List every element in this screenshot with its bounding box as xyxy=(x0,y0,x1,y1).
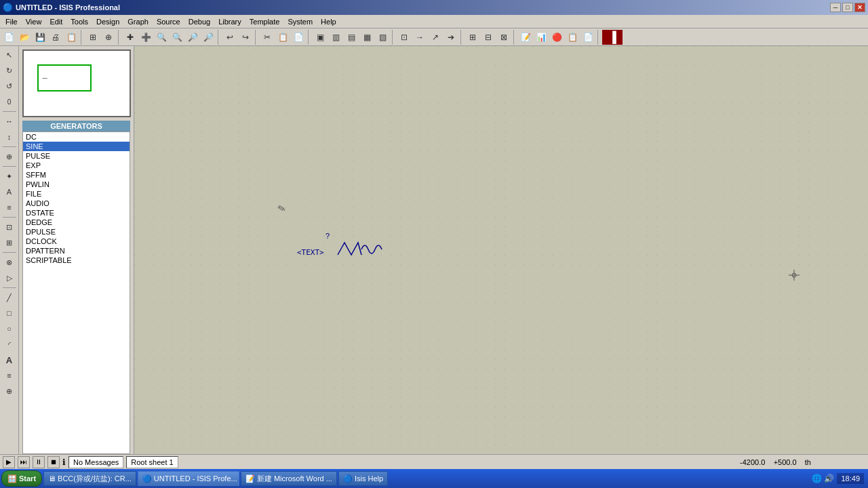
circle-tool[interactable]: ○ xyxy=(2,321,17,336)
rotate-ccw-tool[interactable]: ↺ xyxy=(2,79,17,94)
number-field[interactable]: 0 xyxy=(2,94,17,109)
sim-button[interactable]: ▐ xyxy=(602,30,623,45)
generators-list[interactable]: DCSINEPULSEEXPSFFMPWLINFILEAUDIODSTATEDE… xyxy=(22,131,130,454)
rotate-cw-tool[interactable]: ↻ xyxy=(2,63,17,78)
taskbar-item[interactable]: 🖥BCC(异或/抗盐): CR... xyxy=(43,471,136,486)
flip-v-tool[interactable]: ↕ xyxy=(2,129,17,144)
port-tool[interactable]: ▷ xyxy=(2,270,17,285)
copy-button[interactable]: 📋 xyxy=(275,30,290,45)
taskbar-right: 🌐 🔊 18:49 xyxy=(812,473,867,484)
menubar: FileViewEditToolsDesignGraphSourceDebugL… xyxy=(0,15,868,28)
menu-item-edit[interactable]: Edit xyxy=(45,16,66,27)
menu-item-template[interactable]: Template xyxy=(245,16,284,27)
subcircuit-tool[interactable]: ⊞ xyxy=(2,235,17,250)
pause-button[interactable]: ⏸ xyxy=(33,456,45,468)
flip-h-tool[interactable]: ↔ xyxy=(2,114,17,129)
close-button[interactable]: ✕ xyxy=(854,3,865,12)
terminal-tool[interactable]: ⊗ xyxy=(2,255,17,270)
step-button[interactable]: ⏭ xyxy=(18,456,30,468)
misc1-button[interactable]: 📝 xyxy=(518,30,533,45)
zoom-area2-button[interactable]: ⊡ xyxy=(397,30,412,45)
block1-button[interactable]: ▣ xyxy=(313,30,328,45)
label-tool[interactable]: A xyxy=(2,352,17,367)
generator-item-scriptable[interactable]: SCRIPTABLE xyxy=(23,256,130,265)
arrow3-button[interactable]: ➔ xyxy=(443,30,458,45)
new-button[interactable]: 📄 xyxy=(1,30,16,45)
add2-button[interactable]: ➕ xyxy=(138,30,153,45)
text-tool[interactable]: ≡ xyxy=(2,200,17,215)
generator-item-pwlin[interactable]: PWLIN xyxy=(23,180,130,189)
generator-item-dclock[interactable]: DCLOCK xyxy=(23,237,130,246)
stop-button[interactable]: ⏹ xyxy=(47,456,60,468)
generator-item-dedge[interactable]: DEDGE xyxy=(23,218,130,227)
wire-label-tool[interactable]: A xyxy=(2,184,17,199)
menu-item-source[interactable]: Source xyxy=(153,16,184,27)
menu-item-debug[interactable]: Debug xyxy=(184,16,214,27)
taskbar-item[interactable]: 🔵Isis Help xyxy=(338,471,388,486)
add-button[interactable]: ✚ xyxy=(123,30,138,45)
maximize-button[interactable]: □ xyxy=(842,3,853,12)
redo-button[interactable]: ↪ xyxy=(238,30,253,45)
add-tool[interactable]: ⊕ xyxy=(2,384,17,399)
menu-item-help[interactable]: Help xyxy=(317,16,340,27)
zoom-in-button[interactable]: 🔍 xyxy=(154,30,169,45)
zoom-out-button[interactable]: 🔍 xyxy=(170,30,184,45)
zoom-area-button[interactable]: 🔎 xyxy=(201,30,216,45)
block5-button[interactable]: ▧ xyxy=(375,30,390,45)
bus-tool[interactable]: ⊡ xyxy=(2,220,17,235)
origin-button[interactable]: ⊕ xyxy=(101,30,116,45)
arrow2-button[interactable]: ↗ xyxy=(428,30,443,45)
print2-button[interactable]: 📋 xyxy=(64,30,79,45)
box-tool[interactable]: □ xyxy=(2,306,17,321)
block2-button[interactable]: ▥ xyxy=(328,30,343,45)
paste-button[interactable]: 📄 xyxy=(291,30,306,45)
generator-item-dpattern[interactable]: DPATTERN xyxy=(23,246,130,256)
print-button[interactable]: 🖨 xyxy=(48,30,63,45)
generator-item-sine[interactable]: SINE xyxy=(23,142,130,151)
generator-item-dpulse[interactable]: DPULSE xyxy=(23,227,130,237)
menu-item-design[interactable]: Design xyxy=(92,16,123,27)
minimize-button[interactable]: ─ xyxy=(830,3,841,12)
taskbar-item[interactable]: 🔵UNTITLED - ISIS Profe... xyxy=(138,471,239,486)
start-button[interactable]: 🪟 Start xyxy=(1,470,42,487)
undo-button[interactable]: ↩ xyxy=(222,30,237,45)
canvas-area[interactable]: ✎ ? <TEXT> xyxy=(134,46,868,454)
line-tool[interactable]: ╱ xyxy=(2,290,17,305)
symbol-tool[interactable]: ≡ xyxy=(2,368,17,383)
generator-item-dc[interactable]: DC xyxy=(23,132,130,142)
prop1-button[interactable]: ⊞ xyxy=(465,30,480,45)
menu-item-view[interactable]: View xyxy=(22,16,46,27)
open-button[interactable]: 📂 xyxy=(17,30,32,45)
menu-item-tools[interactable]: Tools xyxy=(66,16,92,27)
menu-item-graph[interactable]: Graph xyxy=(123,16,153,27)
menu-item-library[interactable]: Library xyxy=(214,16,245,27)
menu-item-file[interactable]: File xyxy=(1,16,22,27)
misc4-button[interactable]: 📋 xyxy=(565,30,580,45)
block4-button[interactable]: ▦ xyxy=(359,30,374,45)
block3-button[interactable]: ▤ xyxy=(344,30,359,45)
play-button[interactable]: ▶ xyxy=(3,456,15,468)
component-tool[interactable]: ⊕ xyxy=(2,149,17,164)
save-button[interactable]: 💾 xyxy=(33,30,47,45)
prop3-button[interactable]: ⊠ xyxy=(496,30,511,45)
generator-item-sffm[interactable]: SFFM xyxy=(23,170,130,180)
misc2-button[interactable]: 📊 xyxy=(534,30,549,45)
generator-item-pulse[interactable]: PULSE xyxy=(23,151,130,161)
grid-button[interactable]: ⊞ xyxy=(85,30,100,45)
menu-item-system[interactable]: System xyxy=(283,16,317,27)
generator-item-exp[interactable]: EXP xyxy=(23,161,130,170)
misc3-button[interactable]: 🔴 xyxy=(549,30,564,45)
generator-item-file[interactable]: FILE xyxy=(23,189,130,199)
generator-item-audio[interactable]: AUDIO xyxy=(23,199,130,208)
misc5-button[interactable]: 📄 xyxy=(580,30,595,45)
junction-tool[interactable]: ✦ xyxy=(2,169,17,184)
taskbar-item[interactable]: 📝新建 Microsoft Word ... xyxy=(241,471,337,486)
arrow-button[interactable]: → xyxy=(412,30,427,45)
select-tool[interactable]: ↖ xyxy=(2,47,17,62)
prop2-button[interactable]: ⊟ xyxy=(481,30,496,45)
generator-item-dstate[interactable]: DSTATE xyxy=(23,208,130,218)
zoom-fit-button[interactable]: 🔎 xyxy=(185,30,200,45)
sep4 xyxy=(255,30,258,45)
arc-tool[interactable]: ◜ xyxy=(2,337,17,352)
cut-button[interactable]: ✂ xyxy=(260,30,275,45)
